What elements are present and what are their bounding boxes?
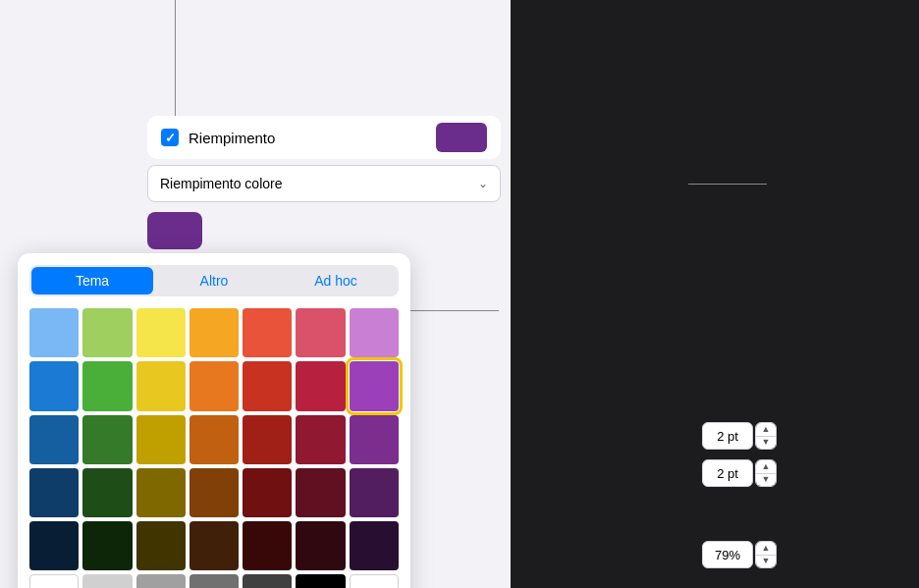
stepper-2-up[interactable]: ▲: [756, 460, 776, 474]
color-cell[interactable]: [189, 361, 239, 410]
color-cell[interactable]: [243, 308, 292, 357]
color-cell[interactable]: [136, 574, 186, 588]
color-cell[interactable]: [82, 468, 132, 517]
stepper-1-up[interactable]: ▲: [756, 423, 776, 437]
percent-stepper-buttons: ▲ ▼: [755, 541, 777, 568]
color-cell[interactable]: [296, 415, 345, 464]
color-cell[interactable]: [296, 308, 345, 357]
color-cell[interactable]: [29, 361, 79, 410]
dropdown-label: Riempimento colore: [160, 176, 478, 191]
stepper-row-1: 2 pt ▲ ▼: [702, 422, 777, 450]
percent-display: 79% ▲ ▼: [702, 541, 777, 568]
color-cell[interactable]: [243, 415, 292, 464]
color-cell[interactable]: [82, 361, 132, 410]
color-cell[interactable]: [189, 521, 239, 570]
percent-up[interactable]: ▲: [756, 542, 776, 556]
color-cell[interactable]: [243, 468, 292, 517]
fill-checkbox[interactable]: [161, 129, 179, 146]
stepper-row-2: 2 pt ▲ ▼: [702, 459, 777, 487]
color-cell[interactable]: [243, 361, 292, 410]
color-cell[interactable]: [350, 468, 399, 517]
color-cell[interactable]: [296, 521, 345, 570]
stepper-controls: 2 pt ▲ ▼ 2 pt ▲ ▼: [702, 422, 777, 497]
stepper-2-down[interactable]: ▼: [756, 474, 776, 487]
chevron-down-icon: ⌄: [478, 177, 488, 190]
percent-value: 79%: [702, 541, 753, 568]
color-cell[interactable]: [350, 415, 399, 464]
color-preview-swatch[interactable]: [147, 212, 202, 249]
connector-line-top: [175, 0, 176, 128]
color-cell[interactable]: [136, 415, 186, 464]
stepper-1-buttons: ▲ ▼: [755, 422, 777, 450]
color-grid: [29, 308, 399, 588]
color-cell[interactable]: [296, 361, 345, 410]
right-panel: [507, 0, 919, 588]
color-cell[interactable]: [29, 521, 79, 570]
color-cell[interactable]: [296, 574, 345, 588]
stepper-1-value: 2 pt: [702, 422, 753, 450]
color-cell[interactable]: [136, 361, 186, 410]
color-cell[interactable]: [350, 521, 399, 570]
color-cell[interactable]: [29, 415, 79, 464]
connector-line-dropdown: [688, 184, 767, 185]
fill-type-dropdown[interactable]: Riempimento colore ⌄: [147, 165, 501, 202]
color-cell[interactable]: [189, 308, 239, 357]
color-cell[interactable]: [296, 468, 345, 517]
color-cell[interactable]: [350, 361, 399, 410]
fill-color-swatch[interactable]: [436, 123, 487, 152]
connector-line-tab: [410, 310, 499, 311]
color-cell[interactable]: [136, 521, 186, 570]
color-cell[interactable]: [350, 308, 399, 357]
color-cell[interactable]: [29, 574, 79, 588]
color-cell[interactable]: [189, 468, 239, 517]
tab-altro[interactable]: Altro: [153, 267, 275, 294]
color-picker-popup: Tema Altro Ad hoc: [18, 253, 410, 588]
color-cell[interactable]: [136, 308, 186, 357]
color-cell[interactable]: [82, 415, 132, 464]
color-tab-bar: Tema Altro Ad hoc: [29, 265, 399, 296]
color-cell[interactable]: [350, 574, 399, 588]
tab-tema[interactable]: Tema: [31, 267, 153, 294]
color-cell[interactable]: [29, 308, 79, 357]
stepper-2-value: 2 pt: [702, 459, 753, 487]
color-cell[interactable]: [82, 308, 132, 357]
percent-down[interactable]: ▼: [756, 556, 776, 568]
fill-label: Riempimento: [189, 130, 436, 146]
color-cell[interactable]: [189, 574, 239, 588]
color-cell[interactable]: [82, 574, 132, 588]
tab-adhoc[interactable]: Ad hoc: [275, 267, 397, 294]
color-cell[interactable]: [189, 415, 239, 464]
color-cell[interactable]: [136, 468, 186, 517]
color-cell[interactable]: [29, 468, 79, 517]
fill-row: Riempimento: [147, 116, 501, 159]
color-cell[interactable]: [243, 574, 292, 588]
stepper-2-buttons: ▲ ▼: [755, 459, 777, 487]
color-cell[interactable]: [243, 521, 292, 570]
color-cell[interactable]: [82, 521, 132, 570]
stepper-1-down[interactable]: ▼: [756, 437, 776, 450]
